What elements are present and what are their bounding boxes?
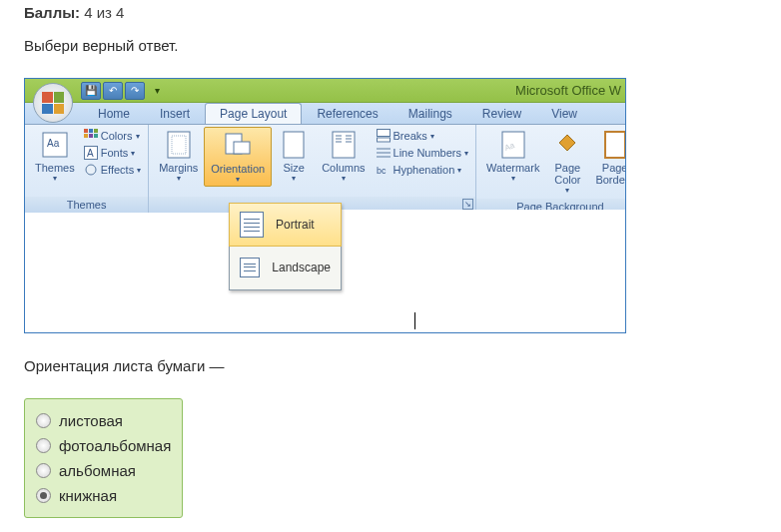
line-numbers-icon	[377, 146, 390, 160]
chevron-down-icon: ▾	[464, 149, 468, 158]
size-icon	[278, 129, 310, 161]
quick-access-toolbar: 💾 ↶ ↷ ▾	[81, 82, 167, 100]
page-color-button[interactable]: Page Color	[545, 127, 589, 197]
orientation-icon	[222, 130, 254, 162]
breaks-button[interactable]: Breaks▾	[374, 128, 471, 144]
answer-option-2[interactable]: фотоальбомная	[36, 433, 171, 458]
tab-insert[interactable]: Insert	[145, 103, 205, 124]
qat-customize-button[interactable]: ▾	[147, 82, 167, 100]
answer-box: листовая фотоальбомная альбомная книжная	[24, 398, 183, 518]
svg-rect-3	[89, 129, 93, 133]
page-borders-button[interactable]: Page Borders	[589, 127, 626, 188]
tab-home[interactable]: Home	[83, 103, 145, 124]
orientation-button[interactable]: Orientation	[204, 127, 272, 187]
answer-label: альбомная	[59, 462, 136, 479]
portrait-icon	[240, 212, 264, 238]
dialog-launcher-button[interactable]: ↘	[462, 199, 473, 210]
answer-label: книжная	[59, 487, 117, 504]
document-area[interactable]	[328, 210, 625, 332]
ribbon-tabs: Home Insert Page Layout References Maili…	[25, 103, 625, 125]
size-button[interactable]: Size	[272, 127, 316, 185]
svg-rect-2	[84, 129, 88, 133]
colors-button[interactable]: Colors▾	[81, 128, 144, 144]
answer-label: фотоальбомная	[59, 437, 171, 454]
radio-icon	[36, 413, 51, 428]
text-caret	[414, 312, 415, 329]
svg-rect-4	[94, 129, 98, 133]
chevron-down-icon: ▾	[131, 149, 135, 158]
effects-icon	[84, 163, 98, 177]
orientation-portrait-item[interactable]: Portrait	[229, 203, 342, 247]
svg-rect-23	[377, 130, 390, 137]
watermark-icon: Aa	[497, 129, 529, 161]
line-numbers-button[interactable]: Line Numbers▾	[374, 145, 471, 161]
answer-option-4[interactable]: книжная	[36, 483, 171, 508]
landscape-icon	[240, 258, 260, 277]
group-page-setup: Margins Orientation Size Columns	[149, 125, 476, 213]
radio-checked-icon	[36, 488, 51, 503]
tab-references[interactable]: References	[302, 103, 392, 124]
tab-page-layout[interactable]: Page Layout	[205, 103, 302, 124]
breaks-icon	[377, 129, 390, 143]
tab-view[interactable]: View	[536, 103, 592, 124]
score-value: 4 из 4	[84, 4, 124, 21]
svg-text:A: A	[87, 148, 94, 159]
office-logo-icon	[42, 92, 64, 114]
chevron-down-icon	[53, 174, 57, 183]
effects-button[interactable]: Effects▾	[81, 162, 144, 178]
radio-icon	[36, 463, 51, 478]
tab-mailings[interactable]: Mailings	[393, 103, 467, 124]
watermark-button[interactable]: Aa Watermark	[480, 127, 545, 185]
chevron-down-icon: ▾	[136, 132, 140, 141]
office-button[interactable]	[33, 83, 73, 123]
answer-option-3[interactable]: альбомная	[36, 458, 171, 483]
score-line: Баллы: 4 из 4	[24, 0, 757, 21]
colors-icon	[84, 129, 98, 143]
score-label: Баллы:	[24, 4, 80, 21]
themes-label: Themes	[35, 162, 75, 174]
chevron-down-icon: ▾	[457, 166, 461, 175]
svg-point-10	[86, 165, 96, 175]
chevron-down-icon	[236, 175, 240, 184]
svg-rect-31	[605, 132, 625, 158]
columns-button[interactable]: Columns	[316, 127, 371, 185]
hyphenation-button[interactable]: bc Hyphenation▾	[374, 162, 471, 178]
task-prompt: Выбери верный ответ.	[24, 37, 757, 54]
themes-button[interactable]: Aa Themes	[29, 127, 81, 185]
svg-text:Aa: Aa	[47, 138, 60, 149]
tab-review[interactable]: Review	[467, 103, 536, 124]
undo-icon: ↶	[109, 85, 117, 96]
fonts-button[interactable]: A Fonts▾	[81, 145, 144, 161]
chevron-down-icon: ▾	[137, 166, 141, 175]
app-title: Microsoft Office W	[515, 83, 621, 98]
margins-icon	[163, 129, 195, 161]
qat-undo-button[interactable]: ↶	[103, 82, 123, 100]
margins-button[interactable]: Margins	[153, 127, 204, 185]
svg-rect-6	[89, 134, 93, 138]
save-icon: 💾	[85, 85, 97, 96]
title-bar: 💾 ↶ ↷ ▾ Microsoft Office W	[25, 79, 625, 103]
page-color-icon	[551, 129, 583, 161]
answer-option-1[interactable]: листовая	[36, 408, 171, 433]
chevron-down-icon	[292, 174, 296, 183]
qat-redo-button[interactable]: ↷	[125, 82, 145, 100]
chevron-down-icon: ▾	[430, 132, 434, 141]
redo-icon: ↷	[131, 85, 139, 96]
svg-rect-5	[84, 134, 88, 138]
question-text: Ориентация листа бумаги —	[24, 357, 757, 374]
qat-save-button[interactable]: 💾	[81, 82, 101, 100]
chevron-down-icon	[565, 186, 569, 195]
ribbon: Aa Themes Colors▾ A Fonts▾	[25, 125, 625, 213]
hyphenation-icon: bc	[377, 163, 390, 177]
svg-rect-15	[284, 132, 304, 158]
themes-icon: Aa	[39, 129, 71, 161]
group-page-background: Aa Watermark Page Color Page Borders Pag…	[476, 125, 626, 213]
group-themes-label: Themes	[25, 197, 148, 213]
word-screenshot: 💾 ↶ ↷ ▾ Microsoft Office W Home Insert P…	[24, 78, 626, 333]
answer-label: листовая	[59, 412, 123, 429]
svg-rect-7	[94, 134, 98, 138]
chevron-down-icon	[177, 174, 181, 183]
fonts-icon: A	[84, 146, 98, 160]
orientation-landscape-item[interactable]: Landscape	[230, 246, 341, 289]
columns-icon	[328, 129, 360, 161]
